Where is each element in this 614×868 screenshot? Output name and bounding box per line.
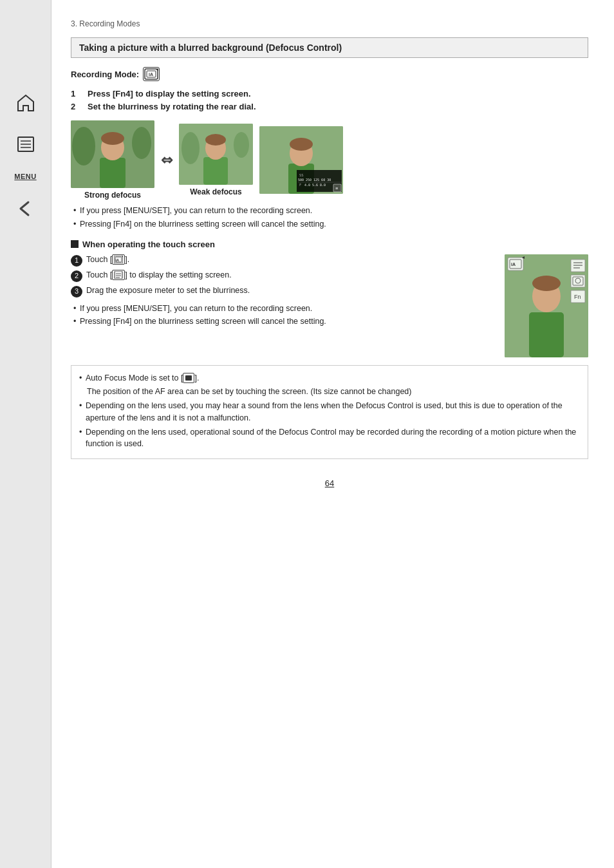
image-row: Strong defocus ⇔ Weak defocus [71, 120, 588, 200]
touch-sub-notes: If you press [MENU/SET], you can return … [73, 303, 498, 328]
svg-point-12 [101, 132, 124, 145]
touch-text-col: 1 Touch [iA]. 2 Touch [] to display the … [71, 254, 498, 337]
af-mode-icon [183, 373, 194, 383]
svg-rect-10 [100, 158, 126, 188]
svg-point-8 [72, 127, 95, 165]
touch-section: When operating the touch screen 1 Touch … [71, 240, 588, 357]
touch-step-1-text: Touch [iA]. [86, 254, 129, 266]
bottom-note-2: Depending on the lens used, you may hear… [79, 400, 580, 424]
svg-rect-54 [185, 375, 192, 381]
steps-list: 1 Press [Fn4] to display the setting scr… [71, 89, 588, 111]
step-1: 1 Press [Fn4] to display the setting scr… [71, 89, 588, 99]
svg-point-15 [234, 132, 249, 158]
strong-defocus-photo [71, 120, 154, 188]
camera-screen-wrap: SS 500 250 125 60 30 F 4.0 5.6 8.0 ≡ [259, 126, 343, 194]
svg-text:Fn: Fn [574, 294, 581, 300]
note-2: Pressing [Fn4] on the blurriness setting… [73, 218, 588, 231]
section-title-box: Taking a picture with a blurred backgrou… [71, 37, 588, 58]
svg-point-41 [532, 276, 561, 291]
page-number: 64 [71, 478, 588, 488]
sidebar: MENU [0, 0, 51, 868]
step-1-num: 1 [71, 89, 81, 99]
touch-step-3: 3 Drag the exposure meter to set the blu… [71, 285, 498, 297]
step-2: 2 Set the blurriness by rotating the rea… [71, 102, 588, 111]
side-photo: iA Fn [505, 254, 588, 357]
touch-step-2-num: 2 [71, 270, 82, 282]
touch-sub-note-2: Pressing [Fn4] on the blurriness setting… [73, 316, 498, 328]
touch-step-1-num: 1 [71, 255, 82, 267]
bottom-note-3: Depending on the lens used, operational … [79, 426, 580, 451]
touch-heading-text: When operating the touch screen [82, 240, 215, 249]
strong-defocus-wrap: Strong defocus [71, 120, 154, 200]
section-title: Taking a picture with a blurred backgrou… [79, 42, 342, 53]
main-content: 3. Recording Modes Taking a picture with… [51, 0, 614, 868]
weak-defocus-label: Weak defocus [190, 187, 241, 196]
touch-step-3-text: Drag the exposure meter to set the blurr… [86, 285, 250, 297]
menu-label[interactable]: MENU [14, 173, 36, 180]
recording-mode-icon: iA [143, 67, 160, 81]
svg-text:F: F [299, 183, 301, 187]
bottom-notes: Auto Focus Mode is set to []. The positi… [71, 365, 588, 460]
back-icon[interactable] [13, 196, 39, 222]
svg-point-9 [132, 127, 151, 159]
step-2-num: 2 [71, 102, 81, 111]
svg-text:≡: ≡ [335, 186, 338, 191]
svg-text:SS: SS [299, 173, 304, 177]
home-icon[interactable] [13, 90, 39, 116]
arrow-icon: ⇔ [161, 152, 172, 169]
bottom-note-1: Auto Focus Mode is set to []. [79, 372, 580, 384]
touch-heading-bar [71, 240, 79, 248]
svg-text:iA: iA [511, 262, 516, 267]
touch-image-row: 1 Touch [iA]. 2 Touch [] to display the … [71, 254, 588, 357]
svg-text:iA: iA [116, 258, 120, 262]
touch-step-3-num: 3 [71, 286, 82, 297]
note-1: If you press [MENU/SET], you can return … [73, 205, 588, 217]
svg-text:iA: iA [149, 72, 153, 77]
touch-step-1-icon: iA [112, 254, 125, 265]
bottom-note-1-cont: The position of the AF area can be set b… [79, 386, 580, 398]
touch-sub-note-1: If you press [MENU/SET], you can return … [73, 303, 498, 315]
svg-text:500 250 125 60  30: 500 250 125 60 30 [298, 178, 331, 182]
camera-screen-photo: SS 500 250 125 60 30 F 4.0 5.6 8.0 ≡ [259, 126, 343, 194]
weak-defocus-wrap: Weak defocus [179, 124, 253, 196]
touch-steps-list: 1 Touch [iA]. 2 Touch [] to display the … [71, 254, 498, 297]
touch-step-2-icon [112, 270, 125, 280]
list-icon[interactable] [13, 131, 39, 157]
touch-step-1: 1 Touch [iA]. [71, 254, 498, 267]
svg-text:4.0  5.6  8.0: 4.0 5.6 8.0 [304, 183, 326, 187]
step-1-text: Press [Fn4] to display the setting scree… [88, 89, 251, 99]
touch-step-2: 2 Touch [] to display the setting screen… [71, 270, 498, 282]
strong-defocus-label: Strong defocus [84, 191, 141, 200]
svg-rect-39 [529, 312, 564, 357]
weak-defocus-photo [179, 124, 253, 185]
recording-mode-label: Recording Mode: [71, 70, 139, 79]
touch-step-2-text: Touch [] to display the setting screen. [86, 270, 232, 281]
svg-point-22 [290, 138, 313, 151]
recording-mode-line: Recording Mode: iA [71, 67, 588, 81]
svg-point-14 [181, 132, 200, 164]
touch-heading: When operating the touch screen [71, 240, 588, 249]
step-notes: If you press [MENU/SET], you can return … [73, 205, 588, 231]
svg-rect-16 [203, 157, 228, 185]
breadcrumb: 3. Recording Modes [71, 19, 588, 28]
step-2-text: Set the blurriness by rotating the rear … [88, 102, 256, 111]
touch-img-col: iA Fn [505, 254, 588, 357]
svg-point-18 [205, 134, 226, 146]
